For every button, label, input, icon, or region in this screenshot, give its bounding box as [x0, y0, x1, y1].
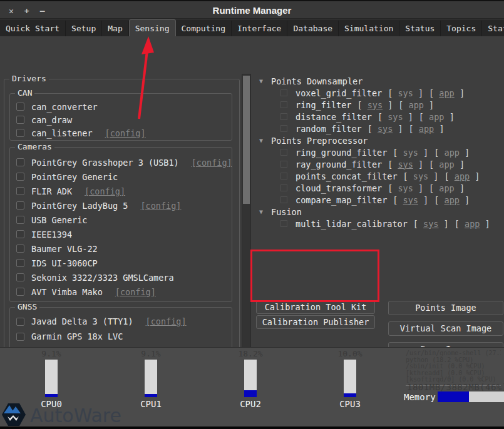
tab-interface[interactable]: Interface [232, 21, 287, 36]
sys-link[interactable]: [ sys ] [393, 195, 428, 205]
tab-topics[interactable]: Topics [441, 21, 482, 36]
calibration-tool-kit-button[interactable]: Calibration Tool Kit [256, 300, 375, 314]
checkbox-usb-generic[interactable] [16, 216, 24, 224]
checkbox-ids-ui-3060cp[interactable] [16, 259, 24, 267]
bracket-open: [ [434, 195, 444, 205]
tree-checkbox[interactable] [280, 125, 287, 132]
config-link[interactable]: [config] [85, 186, 125, 196]
checkbox-pointgrey-ladybug-5[interactable] [16, 201, 24, 209]
tab-simulation[interactable]: Simulation [339, 21, 399, 36]
scrollbar-thumb[interactable] [243, 76, 250, 204]
checkbox-flir-adk[interactable] [16, 187, 24, 195]
sys-link[interactable]: [ sys ] [403, 171, 439, 181]
checkbox-can-listener[interactable] [16, 129, 24, 137]
app-link[interactable]: [ app ] [434, 195, 470, 205]
config-link[interactable]: [config] [105, 128, 146, 138]
tree-checkbox[interactable] [280, 113, 287, 120]
tab-sensing[interactable]: Sensing [129, 19, 176, 36]
collapse-triangle-icon[interactable]: ▼ [257, 208, 265, 215]
tree-section-fusion: ▼Fusion [257, 206, 504, 218]
sys-link-label: sys [398, 88, 413, 98]
config-link[interactable]: [config] [146, 316, 187, 326]
cpu-percent-label: 10.0% [331, 349, 369, 359]
sys-link[interactable]: [ sys ] [388, 159, 423, 169]
sys-link[interactable]: [ sys ] [378, 112, 413, 122]
tree-item-points-concat-filter: points_concat_filter[ sys ][ app ] [257, 170, 504, 182]
memory-usage-text: 1801MB/3882MB(46%) [407, 382, 504, 392]
bracket-close: ] [438, 219, 448, 229]
bracket-open: [ [388, 88, 398, 98]
collapse-triangle-icon[interactable]: ▼ [257, 78, 265, 84]
app-link[interactable]: [ app ] [409, 124, 445, 134]
sys-link[interactable]: [ sys ] [413, 219, 449, 229]
cpu-label: CPU2 [232, 399, 269, 409]
driver-label: can_draw [31, 115, 72, 125]
app-link[interactable]: [ app ] [398, 100, 434, 110]
config-link[interactable]: [config] [140, 201, 181, 211]
tab-state[interactable]: State [482, 21, 504, 36]
checkbox-javad-delta-3-tty1[interactable] [16, 318, 24, 326]
app-link[interactable]: [ app ] [429, 183, 465, 193]
sys-link[interactable]: [ sys ] [368, 124, 403, 134]
bracket-close: ] [445, 112, 455, 122]
tab-status[interactable]: Status [399, 21, 441, 36]
app-link[interactable]: [ app ] [429, 159, 465, 169]
tree-checkbox[interactable] [280, 196, 287, 203]
app-link[interactable]: [ app ] [429, 88, 465, 98]
tree-checkbox[interactable] [280, 184, 287, 191]
checkbox-sekonix-3322-3323-gmslcamera[interactable] [16, 273, 24, 281]
checkbox-avt-vimba-mako[interactable] [16, 288, 24, 296]
checkbox-baumer-vlg-22[interactable] [16, 245, 24, 253]
bracket-close: ] [460, 148, 470, 158]
driver-label: Garmin GPS 18x LVC [31, 331, 123, 341]
app-link[interactable]: [ app ] [419, 112, 455, 122]
cpu-gauge-1: 9.1%CPU1 [132, 349, 170, 409]
sys-link[interactable]: [ sys ] [393, 148, 428, 158]
checkbox-garmin-gps-18x-lvc[interactable] [16, 333, 24, 341]
tab-database[interactable]: Database [287, 21, 339, 36]
tree-item-ring-filter: ring_filter[ sys ][ app ] [257, 99, 504, 111]
bracket-close: ] [455, 88, 465, 98]
tree-checkbox[interactable] [280, 161, 287, 168]
sys-link[interactable]: [ sys ] [357, 100, 393, 110]
config-link[interactable]: [config] [192, 158, 232, 168]
bracket-close: ] [413, 88, 423, 98]
app-link[interactable]: [ app ] [444, 171, 480, 181]
drivers-title: Drivers [9, 74, 49, 83]
tab-map[interactable]: Map [102, 21, 128, 36]
checkbox-pointgrey-generic[interactable] [16, 173, 24, 181]
tab-computing[interactable]: Computing [176, 21, 232, 36]
virtual-scan-image-button[interactable]: Virtual Scan Image [388, 321, 503, 336]
tree-section-points-preprocessor: ▼Points Preprocessor [257, 134, 504, 146]
sys-link[interactable]: [ sys ] [388, 183, 423, 193]
bracket-close: ] [383, 100, 393, 110]
checkbox-can-converter[interactable] [16, 103, 24, 111]
bracket-close: ] [434, 124, 444, 134]
bracket-close: ] [424, 100, 434, 110]
tab-setup[interactable]: Setup [66, 21, 102, 36]
tree-checkbox[interactable] [280, 89, 287, 96]
driver-label: USB Generic [31, 215, 87, 225]
sys-link[interactable]: [ sys ] [388, 88, 423, 98]
points-image-button[interactable]: Points Image [388, 301, 503, 315]
config-link[interactable]: [config] [115, 287, 156, 297]
cpu-gauge-0: 9.1%CPU0 [33, 349, 70, 409]
checkbox-pointgrey-grasshoper-3-usb1[interactable] [16, 158, 24, 166]
tree-checkbox[interactable] [280, 101, 287, 108]
tree-checkbox[interactable] [280, 220, 287, 227]
checkbox-ieee1394[interactable] [16, 230, 24, 238]
app-link[interactable]: [ app ] [434, 148, 470, 158]
calibration-publisher-button[interactable]: Calibration Publisher [256, 315, 375, 329]
tree-item-label: points_concat_filter [296, 171, 398, 181]
tree-checkbox[interactable] [280, 173, 287, 179]
tab-quick-start[interactable]: Quick Start [0, 21, 66, 36]
left-panel-scrollbar[interactable] [242, 74, 251, 365]
app-link[interactable]: [ app ] [455, 219, 490, 229]
app-link-label: app [429, 112, 444, 122]
tree-checkbox[interactable] [280, 149, 287, 156]
collapse-triangle-icon[interactable]: ▼ [257, 137, 265, 144]
driver-row-javad-delta-3-tty1: Javad Delta 3 (TTY1)[config] [10, 314, 232, 329]
app-link-label: app [439, 88, 454, 98]
bracket-close: ] [470, 171, 480, 181]
checkbox-can-draw[interactable] [16, 116, 24, 124]
